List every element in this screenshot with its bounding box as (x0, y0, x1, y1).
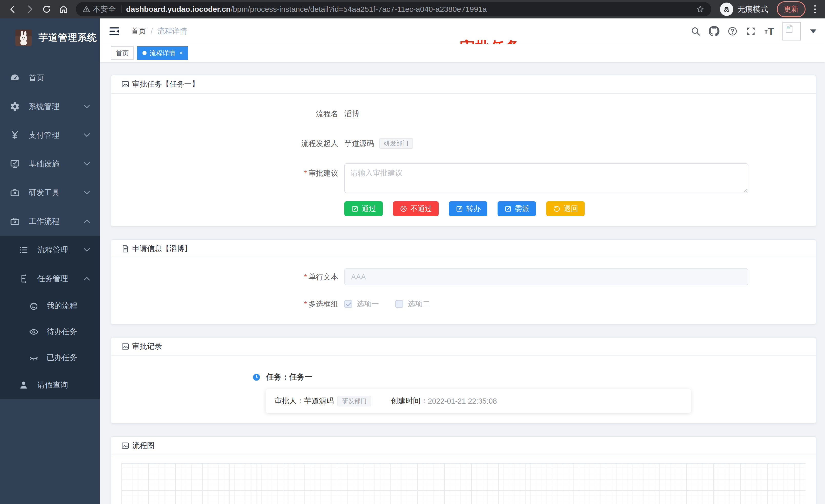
document-icon (121, 244, 130, 253)
yen-icon (10, 130, 20, 140)
tab-label: 流程详情 (150, 49, 175, 57)
back-button[interactable] (6, 2, 20, 16)
timeline-node: 任务：任务一 (252, 372, 806, 383)
sidebar-item-process-mgmt[interactable]: 流程管理 (0, 236, 100, 264)
required-asterisk: * (304, 169, 307, 177)
active-dot (142, 51, 147, 55)
approve-button[interactable]: 通过 (344, 201, 383, 216)
workflow-submenu: 流程管理 任务管理 我的流程 待办任务 (0, 236, 100, 399)
font-size-icon[interactable]: тT (764, 26, 775, 36)
org-tree-icon (18, 273, 29, 284)
list-tree-icon (18, 245, 29, 255)
breadcrumb-home[interactable]: 首页 (131, 26, 146, 36)
fullscreen-icon[interactable] (746, 26, 756, 36)
sidebar-item-payment[interactable]: 支付管理 (0, 121, 100, 150)
reject-button[interactable]: 不通过 (393, 201, 439, 216)
sidebar-item-workflow[interactable]: 工作流程 (0, 207, 100, 236)
navbar-tools: тT (690, 22, 816, 40)
chevron-down-icon (83, 247, 90, 253)
avatar-caret-icon[interactable] (810, 29, 816, 33)
tab-close-icon[interactable]: × (179, 50, 183, 57)
application-info-card: 申请信息【滔博】 *单行文本 *多选框组 选项一 (111, 239, 816, 325)
tab-home[interactable]: 首页 (111, 47, 134, 60)
checkbox-option1[interactable] (344, 300, 352, 308)
search-icon[interactable] (690, 26, 701, 36)
initiator-label: 流程发起人 (122, 134, 344, 153)
comment-textarea-wrap (344, 163, 748, 194)
incognito-indicator: 无痕模式 (720, 3, 768, 16)
reload-button[interactable] (40, 2, 54, 16)
checkbox-option1-label: 选项一 (357, 299, 379, 309)
process-name-value: 滔博 (344, 104, 359, 123)
single-text-row: *单行文本 (122, 268, 806, 285)
incognito-label: 无痕模式 (737, 4, 768, 15)
bpmn-grid-canvas[interactable] (122, 463, 806, 504)
github-icon[interactable] (709, 26, 720, 36)
browser-menu-button[interactable] (811, 5, 819, 13)
approval-actions: 通过 不通过 转办 委 (122, 201, 806, 216)
sidebar-item-infra[interactable]: 基础设施 (0, 150, 100, 178)
timeline-task-title: 任务：任务一 (266, 372, 312, 383)
return-button[interactable]: 退回 (546, 201, 585, 216)
picture-icon (121, 441, 130, 450)
home-icon (59, 4, 68, 14)
delegate-button[interactable]: 委派 (498, 201, 536, 216)
sidebar-item-done-tasks[interactable]: 已办任务 (0, 345, 100, 370)
initiator-dept-tag: 研发部门 (379, 138, 413, 149)
sidebar-item-label: 系统管理 (29, 101, 83, 112)
omnibox-divider (121, 5, 122, 13)
briefcase-icon (10, 216, 20, 226)
not-secure-label: 不安全 (93, 4, 116, 15)
tag-tabs-bar: 首页 流程详情 × (100, 44, 825, 62)
person-icon (18, 380, 29, 390)
card-body: 任务：任务一 审批人： 芋道源码 研发部门 创建时间： 2022-01-21 2… (111, 356, 816, 423)
approver-label: 审批人： (275, 396, 304, 406)
help-icon[interactable] (727, 26, 738, 36)
checkbox-option2[interactable] (395, 300, 403, 308)
app-window: 芋道管理系统 首页 系统管理 支付管理 (0, 18, 825, 504)
sidebar-item-task-mgmt[interactable]: 任务管理 (0, 264, 100, 293)
sidebar-logo-row[interactable]: 芋道管理系统 (0, 18, 100, 57)
approver-name: 芋道源码 (304, 396, 334, 406)
sidebar-item-todo-tasks[interactable]: 待办任务 (0, 319, 100, 345)
broken-image-icon (784, 24, 794, 33)
edit-icon (456, 205, 463, 213)
eye-closed-icon (29, 353, 39, 363)
navbar: 首页 / 流程详情 审批任务 (100, 18, 825, 44)
chevron-down-icon (83, 103, 90, 110)
sidebar-item-system[interactable]: 系统管理 (0, 92, 100, 121)
sidebar-item-label: 已办任务 (47, 352, 90, 363)
browser-toolbar: 不安全 dashboard.yudao.iocoder.cn /bpm/proc… (0, 0, 825, 18)
comment-textarea[interactable] (344, 163, 748, 193)
sidebar-item-leave-query[interactable]: 请假查询 (0, 370, 100, 399)
chrome-update-button[interactable]: 更新 (777, 1, 806, 17)
sidebar-collapse-icon[interactable] (108, 26, 120, 37)
sidebar-item-label: 基础设施 (29, 159, 83, 169)
address-bar[interactable]: 不安全 dashboard.yudao.iocoder.cn /bpm/proc… (76, 2, 711, 16)
single-text-input[interactable] (344, 268, 748, 285)
sidebar-item-home[interactable]: 首页 (0, 64, 100, 92)
sidebar-item-devtools[interactable]: 研发工具 (0, 178, 100, 207)
record-detail-box: 审批人： 芋道源码 研发部门 创建时间： 2022-01-21 22:35:08 (266, 389, 691, 413)
card-header: 审批记录 (111, 338, 816, 356)
chevron-down-icon (83, 132, 90, 139)
transfer-button[interactable]: 转办 (449, 201, 487, 216)
sidebar-item-label: 任务管理 (38, 273, 83, 284)
avatar[interactable] (782, 22, 801, 40)
back-arrow-icon (8, 4, 18, 14)
reload-icon (42, 4, 52, 14)
tab-process-detail[interactable]: 流程详情 × (137, 47, 188, 60)
url-path: /bpm/process-instance/detail?id=54aa251f… (231, 5, 696, 14)
forward-button[interactable] (22, 2, 37, 16)
sidebar-item-label: 工作流程 (29, 216, 83, 227)
sidebar-item-my-process[interactable]: 我的流程 (0, 293, 100, 319)
clock-icon (252, 373, 260, 381)
card-title: 流程图 (132, 440, 154, 451)
bookmark-star-icon[interactable] (696, 5, 704, 14)
initiator-row: 流程发起人 芋道源码 研发部门 (122, 134, 806, 153)
card-title: 审批任务【任务一】 (132, 79, 199, 89)
checkbox-group-row: *多选框组 选项一 选项二 (122, 296, 806, 313)
home-button[interactable] (56, 2, 71, 16)
approver-dept-tag: 研发部门 (338, 396, 371, 407)
picture-icon (121, 80, 130, 89)
